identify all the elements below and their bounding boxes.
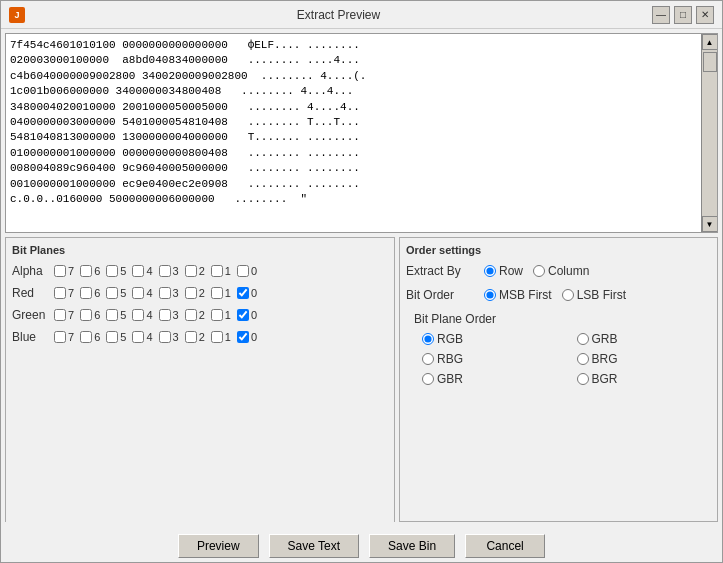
lsb-radio-label: LSB First [577, 288, 626, 302]
bit-checkbox-group-green: 76543210 [54, 309, 257, 321]
bit-label-green-5: 5 [120, 309, 126, 321]
bit-checkbox-red-7[interactable] [54, 287, 66, 299]
bit-row-label-green: Green [12, 308, 50, 322]
bit-checkbox-alpha-6[interactable] [80, 265, 92, 277]
bit-checkbox-alpha-1[interactable] [211, 265, 223, 277]
bpo-radio-item-gbr: GBR [422, 372, 557, 386]
column-radio[interactable] [533, 265, 545, 277]
bit-item-red-6: 6 [80, 287, 100, 299]
bit-checkbox-alpha-3[interactable] [159, 265, 171, 277]
bit-checkbox-alpha-4[interactable] [132, 265, 144, 277]
bit-item-alpha-3: 3 [159, 265, 179, 277]
bit-item-green-6: 6 [80, 309, 100, 321]
bit-item-red-2: 2 [185, 287, 205, 299]
bit-checkbox-green-4[interactable] [132, 309, 144, 321]
bit-item-blue-1: 1 [211, 331, 231, 343]
bit-checkbox-green-3[interactable] [159, 309, 171, 321]
close-button[interactable]: ✕ [696, 6, 714, 24]
bit-label-red-0: 0 [251, 287, 257, 299]
lsb-radio[interactable] [562, 289, 574, 301]
bit-item-green-2: 2 [185, 309, 205, 321]
preview-text-content[interactable]: 7f454c4601010100 0000000000000000 фELF..… [6, 34, 701, 232]
msb-radio-item: MSB First [484, 288, 552, 302]
bit-item-alpha-5: 5 [106, 265, 126, 277]
bit-label-blue-0: 0 [251, 331, 257, 343]
bpo-radio-rgb[interactable] [422, 333, 434, 345]
bit-plane-order-title: Bit Plane Order [406, 312, 711, 326]
bit-order-row: Bit Order MSB First LSB First [406, 288, 711, 302]
bpo-radio-bgr[interactable] [577, 373, 589, 385]
bit-checkbox-green-7[interactable] [54, 309, 66, 321]
bit-item-blue-5: 5 [106, 331, 126, 343]
save-text-button[interactable]: Save Text [269, 534, 359, 558]
bit-checkbox-green-1[interactable] [211, 309, 223, 321]
bit-order-radio-group: MSB First LSB First [484, 288, 626, 302]
bit-checkbox-green-0[interactable] [237, 309, 249, 321]
bit-label-alpha-2: 2 [199, 265, 205, 277]
bpo-label-rbg: RBG [437, 352, 463, 366]
bit-label-alpha-0: 0 [251, 265, 257, 277]
bit-label-alpha-5: 5 [120, 265, 126, 277]
bit-item-red-3: 3 [159, 287, 179, 299]
bit-checkbox-blue-5[interactable] [106, 331, 118, 343]
bit-item-alpha-0: 0 [237, 265, 257, 277]
preview-button[interactable]: Preview [178, 534, 259, 558]
bit-item-alpha-2: 2 [185, 265, 205, 277]
bit-checkbox-alpha-0[interactable] [237, 265, 249, 277]
titlebar-left: J [9, 7, 25, 23]
bit-checkbox-blue-7[interactable] [54, 331, 66, 343]
bit-label-blue-6: 6 [94, 331, 100, 343]
bit-checkbox-blue-2[interactable] [185, 331, 197, 343]
bit-label-alpha-1: 1 [225, 265, 231, 277]
maximize-button[interactable]: □ [674, 6, 692, 24]
scroll-up-arrow[interactable]: ▲ [702, 34, 718, 50]
bit-label-blue-1: 1 [225, 331, 231, 343]
bit-checkbox-alpha-5[interactable] [106, 265, 118, 277]
bit-item-alpha-7: 7 [54, 265, 74, 277]
row-radio[interactable] [484, 265, 496, 277]
save-bin-button[interactable]: Save Bin [369, 534, 455, 558]
bpo-radio-gbr[interactable] [422, 373, 434, 385]
bit-checkbox-blue-0[interactable] [237, 331, 249, 343]
bit-checkbox-red-1[interactable] [211, 287, 223, 299]
msb-radio[interactable] [484, 289, 496, 301]
bit-item-blue-0: 0 [237, 331, 257, 343]
bit-item-blue-3: 3 [159, 331, 179, 343]
bit-checkbox-green-5[interactable] [106, 309, 118, 321]
bit-checkbox-red-6[interactable] [80, 287, 92, 299]
bit-checkbox-blue-3[interactable] [159, 331, 171, 343]
order-settings-title: Order settings [406, 244, 711, 256]
bit-item-red-0: 0 [237, 287, 257, 299]
vertical-scrollbar[interactable]: ▲ ▼ [701, 34, 717, 232]
bit-label-blue-3: 3 [173, 331, 179, 343]
bit-checkbox-green-6[interactable] [80, 309, 92, 321]
bit-row-blue: Blue76543210 [12, 330, 388, 344]
bit-label-red-4: 4 [146, 287, 152, 299]
bit-checkbox-red-5[interactable] [106, 287, 118, 299]
content-area: 7f454c4601010100 0000000000000000 фELF..… [1, 29, 722, 526]
bit-checkbox-red-4[interactable] [132, 287, 144, 299]
bpo-radio-grb[interactable] [577, 333, 589, 345]
bit-checkbox-red-0[interactable] [237, 287, 249, 299]
bit-label-alpha-3: 3 [173, 265, 179, 277]
lsb-radio-item: LSB First [562, 288, 626, 302]
scroll-thumb[interactable] [703, 52, 717, 72]
scroll-down-arrow[interactable]: ▼ [702, 216, 718, 232]
bpo-radio-rbg[interactable] [422, 353, 434, 365]
bit-checkbox-alpha-7[interactable] [54, 265, 66, 277]
cancel-button[interactable]: Cancel [465, 534, 545, 558]
bit-checkbox-blue-6[interactable] [80, 331, 92, 343]
bit-checkbox-alpha-2[interactable] [185, 265, 197, 277]
bit-checkbox-blue-4[interactable] [132, 331, 144, 343]
bit-checkbox-blue-1[interactable] [211, 331, 223, 343]
titlebar: J Extract Preview — □ ✕ [1, 1, 722, 29]
bit-checkbox-red-2[interactable] [185, 287, 197, 299]
bit-checkbox-green-2[interactable] [185, 309, 197, 321]
preview-area: 7f454c4601010100 0000000000000000 фELF..… [5, 33, 718, 233]
bpo-radio-brg[interactable] [577, 353, 589, 365]
bit-label-green-1: 1 [225, 309, 231, 321]
minimize-button[interactable]: — [652, 6, 670, 24]
bit-checkbox-red-3[interactable] [159, 287, 171, 299]
order-settings-panel: Order settings Extract By Row Column [399, 237, 718, 522]
bpo-label-bgr: BGR [592, 372, 618, 386]
